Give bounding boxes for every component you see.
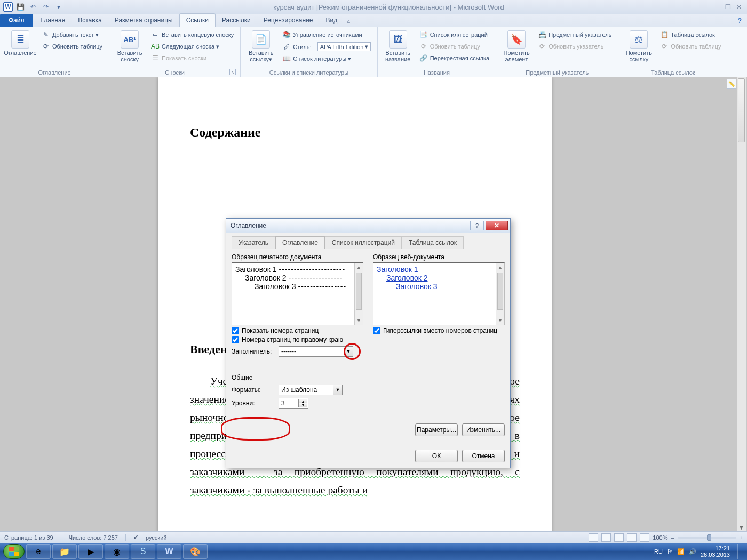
ruler-toggle-icon[interactable]: 📏	[727, 79, 736, 89]
tab-mailings[interactable]: Рассылки	[216, 14, 257, 27]
modify-button[interactable]: Изменить...	[462, 423, 505, 436]
status-words[interactable]: Число слов: 7 257	[69, 534, 118, 541]
tray-network-icon[interactable]: 📶	[677, 548, 685, 555]
show-desktop-button[interactable]	[737, 544, 744, 559]
style-combo[interactable]: APA Fifth Edition▾	[317, 42, 371, 51]
authorities-table-button[interactable]: 📋Таблица ссылок	[658, 29, 723, 40]
tab-insert[interactable]: Вставка	[71, 14, 108, 27]
tab-file[interactable]: Файл	[0, 14, 33, 27]
status-language[interactable]: русский	[146, 534, 166, 541]
dialog-titlebar[interactable]: Оглавление ? ✕	[226, 219, 510, 233]
taskbar-explorer-icon[interactable]: 📁	[52, 544, 77, 559]
group-index: 🔖 Пометить элемент 📇Предметный указатель…	[496, 27, 618, 77]
zoom-out-icon[interactable]: –	[671, 534, 674, 541]
print-preview-scrollbar[interactable]: ▲▼	[354, 263, 363, 325]
add-text-button[interactable]: ✎Добавить текст ▾	[39, 29, 105, 40]
insert-endnote-button[interactable]: ⌙Вставить концевую сноску	[149, 29, 236, 40]
tab-references[interactable]: Ссылки	[179, 13, 216, 27]
dlg-tab-authorities[interactable]: Таблица ссылок	[402, 236, 464, 249]
taskbar-ie-icon[interactable]: e	[26, 544, 51, 559]
qat-more-icon[interactable]: ▾	[53, 2, 64, 12]
taskbar-paint-icon[interactable]: 🎨	[183, 544, 208, 559]
formats-dropdown-icon[interactable]: ▼	[333, 385, 342, 395]
hyperlinks-checkbox[interactable]: Гиперссылки вместо номеров страниц	[373, 327, 505, 334]
ok-button[interactable]: ОК	[415, 450, 458, 462]
red-annotation-2	[221, 417, 290, 441]
tab-layout[interactable]: Разметка страницы	[108, 14, 179, 27]
zoom-in-icon[interactable]: +	[740, 534, 743, 541]
ribbon-minimize-icon[interactable]: ▵	[344, 15, 353, 27]
tab-home[interactable]: Главная	[35, 14, 72, 27]
footnotes-launcher-icon[interactable]: ↘	[229, 69, 236, 75]
tab-view[interactable]: Вид	[319, 14, 344, 27]
filler-combo[interactable]: ------- ▼	[279, 346, 353, 357]
formats-combo[interactable]: Из шаблона ▼	[279, 385, 343, 395]
dlg-tab-index[interactable]: Указатель	[232, 236, 275, 249]
show-page-numbers-checkbox[interactable]: Показать номера страниц	[232, 327, 363, 334]
close-icon[interactable]: ✕	[736, 3, 742, 11]
general-label: Общие	[232, 374, 505, 381]
citation-style-row[interactable]: 🖊Стиль: APA Fifth Edition▾	[280, 41, 372, 52]
view-read-icon[interactable]	[601, 533, 611, 542]
save-icon[interactable]: 💾	[15, 2, 26, 12]
view-outline-icon[interactable]	[627, 533, 637, 542]
tab-review[interactable]: Рецензирование	[257, 14, 320, 27]
view-draft-icon[interactable]	[640, 533, 649, 542]
taskbar-word-icon[interactable]: W	[157, 544, 181, 559]
update-authorities-label: Обновить таблицу	[671, 43, 721, 50]
undo-icon[interactable]: ↶	[28, 2, 38, 12]
help-icon[interactable]: ?	[733, 15, 747, 27]
start-button[interactable]	[3, 544, 25, 559]
dialog-close-icon[interactable]: ✕	[486, 221, 508, 230]
filler-dropdown-icon[interactable]: ▼	[344, 347, 353, 356]
bibliography-button[interactable]: 📖Список литературы ▾	[280, 53, 372, 64]
status-page[interactable]: Страница: 1 из 39	[4, 534, 53, 541]
manage-sources-button[interactable]: 📚Управление источниками	[280, 29, 372, 40]
cross-ref-button[interactable]: 🔗Перекрестная ссылка	[417, 53, 492, 63]
show-pages-input[interactable]	[232, 327, 239, 334]
redo-icon[interactable]: ↷	[41, 2, 51, 12]
spin-down-icon[interactable]: ▼	[299, 403, 307, 407]
params-button[interactable]: Параметры...	[415, 423, 458, 436]
mark-citation-button[interactable]: ⚖ Пометить ссылку	[623, 29, 655, 63]
proofing-icon[interactable]: ✔	[133, 534, 138, 541]
vertical-scrollbar[interactable]: ▲ ▼	[736, 77, 746, 532]
levels-input[interactable]	[279, 399, 298, 407]
cancel-button[interactable]: Отмена	[462, 450, 505, 462]
tray-volume-icon[interactable]: 🔊	[689, 548, 696, 555]
dlg-tab-toc[interactable]: Оглавление	[275, 236, 325, 249]
taskbar-chrome-icon[interactable]: ◉	[105, 544, 129, 559]
right-align-input[interactable]	[232, 336, 239, 343]
toc-button[interactable]: ≣ Оглавление	[4, 29, 36, 57]
insert-citation-button[interactable]: 📄 Вставить ссылку▾	[245, 29, 277, 63]
tray-flag-icon[interactable]: 🏳	[667, 548, 673, 555]
dialog-help-icon[interactable]: ?	[470, 221, 484, 230]
minimize-icon[interactable]: ―	[713, 3, 720, 11]
insert-footnote-button[interactable]: AB¹ Вставить сноску	[114, 29, 146, 63]
figures-list-button[interactable]: 📑Список иллюстраций	[417, 29, 492, 40]
levels-spinner[interactable]: ▲▼	[279, 398, 308, 409]
zoom-slider[interactable]	[678, 537, 736, 539]
insert-index-button[interactable]: 📇Предметный указатель	[536, 29, 614, 40]
web-preview-scrollbar[interactable]: ▲▼	[496, 263, 504, 325]
taskbar-skype-icon[interactable]: S	[131, 544, 155, 559]
tray-lang[interactable]: RU	[654, 548, 663, 555]
zoom-value[interactable]: 100%	[653, 534, 667, 541]
tray-clock[interactable]: 17:21 26.03.2013	[701, 545, 730, 558]
spin-up-icon[interactable]: ▲	[299, 399, 307, 403]
scroll-thumb[interactable]	[738, 78, 745, 142]
zoom-thumb[interactable]	[707, 534, 711, 541]
right-align-checkbox[interactable]: Номера страниц по правому краю	[232, 336, 363, 343]
view-print-icon[interactable]	[589, 533, 598, 542]
update-toc-button[interactable]: ⟳Обновить таблицу	[39, 41, 105, 52]
view-web-icon[interactable]	[614, 533, 624, 542]
mark-entry-button[interactable]: 🔖 Пометить элемент	[500, 29, 533, 63]
dlg-tab-figures[interactable]: Список иллюстраций	[325, 236, 402, 249]
next-footnote-button[interactable]: ABСледующая сноска ▾	[149, 41, 236, 52]
show-footnotes-button: ☰Показать сноски	[149, 53, 236, 63]
restore-icon[interactable]: ❐	[725, 3, 731, 11]
print-preview: Заголовок 1----------------------1 Загол…	[232, 262, 363, 325]
hyperlinks-input[interactable]	[373, 327, 380, 334]
insert-caption-button[interactable]: 🖼 Вставить название	[382, 29, 414, 63]
taskbar-media-icon[interactable]: ▶	[78, 544, 103, 559]
